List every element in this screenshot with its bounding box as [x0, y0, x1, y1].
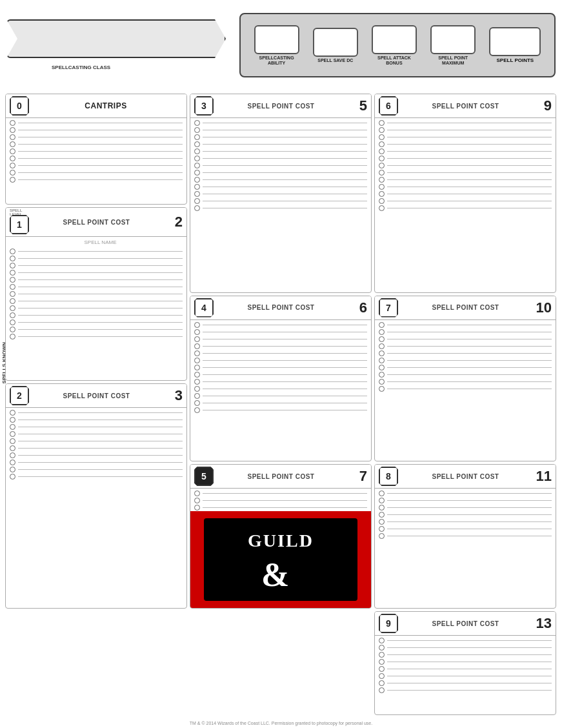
spell-circle	[379, 191, 385, 197]
level5-header: 5 SPELL POINT COST 7	[190, 465, 371, 489]
spell-circle	[194, 191, 200, 197]
spell-circle	[379, 490, 385, 496]
level2-title: SPELL POINT COST	[29, 392, 164, 399]
level1-section: SPELLLEVEL 1 SPELL POINT COST 2 SPELL NA…	[5, 207, 187, 381]
spell-row	[10, 120, 183, 126]
spellcasting-ability-field[interactable]	[254, 25, 299, 54]
spell-circle	[194, 156, 200, 161]
spell-circle	[379, 638, 385, 643]
spell-circle	[379, 163, 385, 168]
spell-row	[379, 198, 552, 204]
spell-line	[387, 165, 552, 166]
spell-line	[18, 272, 183, 273]
spell-row	[379, 505, 552, 511]
spell-circle	[194, 393, 200, 399]
spell-circle	[379, 365, 385, 370]
spell-row	[379, 141, 552, 147]
spell-line	[203, 179, 367, 180]
spell-circle	[379, 673, 385, 679]
spell-circle	[379, 127, 385, 133]
spell-row	[10, 156, 183, 161]
spell-save-dc-label: SPELL SAVE DC	[317, 58, 353, 63]
spell-attack-bonus-field[interactable]	[372, 25, 417, 54]
spell-circle	[194, 198, 200, 204]
spell-circle	[194, 365, 200, 370]
level2-header: 2 SPELL POINT COST 3	[6, 384, 186, 408]
spell-circle	[379, 329, 385, 335]
spell-row	[10, 460, 183, 465]
spell-row	[194, 393, 367, 399]
spell-row	[10, 312, 183, 318]
spell-line	[18, 287, 183, 287]
cantrips-title: CANTRIPS	[29, 101, 183, 110]
spell-row	[194, 184, 367, 190]
spell-point-max-field[interactable]	[430, 25, 476, 54]
spell-circle	[194, 505, 200, 511]
spell-row	[379, 177, 552, 183]
spell-points-field[interactable]	[489, 27, 541, 56]
spell-circle	[10, 127, 15, 133]
level4-cost: 6	[351, 299, 367, 316]
cantrips-header: 0 CANTRIPS	[6, 94, 186, 118]
level2-badge: 2	[10, 386, 29, 405]
spell-line	[18, 179, 183, 180]
spell-name-header: SPELL NAME	[10, 238, 183, 247]
spell-row	[194, 386, 367, 392]
spell-circle	[194, 177, 200, 183]
spell-row	[194, 336, 367, 342]
spell-line	[387, 640, 552, 641]
spell-line	[203, 187, 367, 187]
spell-line	[203, 346, 367, 347]
spell-row	[194, 141, 367, 147]
spell-circle	[10, 163, 15, 168]
spell-row	[10, 284, 183, 290]
spell-line	[387, 332, 552, 332]
spell-circle	[10, 452, 15, 458]
spell-circle	[10, 270, 15, 276]
spell-line	[387, 647, 552, 648]
spell-line	[203, 410, 367, 410]
spell-row	[379, 652, 552, 658]
spell-line	[203, 123, 367, 123]
spell-circle	[10, 410, 15, 416]
level3-cost: 5	[351, 97, 367, 114]
spell-line	[203, 151, 367, 152]
spell-circle	[10, 141, 15, 147]
spell-row	[10, 474, 183, 480]
spell-save-dc-field[interactable]	[313, 28, 358, 57]
spell-row	[194, 365, 367, 370]
spell-circle	[194, 120, 200, 126]
header: SPELLCASTING CLASS SPELLCASTINGABILITY S…	[6, 6, 556, 90]
level9-header: 9 SPELL POINT COST 13	[375, 612, 556, 636]
spell-line	[387, 381, 552, 382]
spell-line	[387, 374, 552, 375]
spell-row	[10, 256, 183, 261]
level7-header: 7 SPELL POINT COST 10	[375, 296, 556, 320]
spell-row	[10, 270, 183, 276]
spell-line	[387, 194, 552, 194]
level3-title: SPELL POINT COST	[214, 103, 348, 110]
spell-line	[18, 329, 183, 330]
spell-circle	[194, 134, 200, 140]
spell-line	[387, 521, 552, 522]
spell-line	[387, 676, 552, 676]
spellcasting-ability-label: SPELLCASTINGABILITY	[259, 56, 294, 65]
spell-line	[387, 353, 552, 354]
spell-row	[10, 327, 183, 332]
spell-circle	[10, 156, 15, 161]
spell-row	[194, 498, 367, 503]
spell-row	[379, 519, 552, 525]
spell-row	[379, 687, 552, 693]
cantrips-level-badge: 0	[10, 96, 29, 116]
spell-line	[203, 137, 367, 137]
level6-badge: 6	[379, 96, 398, 116]
spell-line	[203, 374, 367, 375]
spell-row	[379, 336, 552, 342]
spell-line	[18, 462, 183, 463]
level4-title: SPELL POINT COST	[214, 304, 348, 311]
spell-row	[194, 120, 367, 126]
spell-line	[387, 360, 552, 361]
spell-circle	[379, 205, 385, 211]
spell-row	[379, 379, 552, 385]
spellcasting-ability-box: SPELLCASTINGABILITY	[254, 25, 299, 65]
